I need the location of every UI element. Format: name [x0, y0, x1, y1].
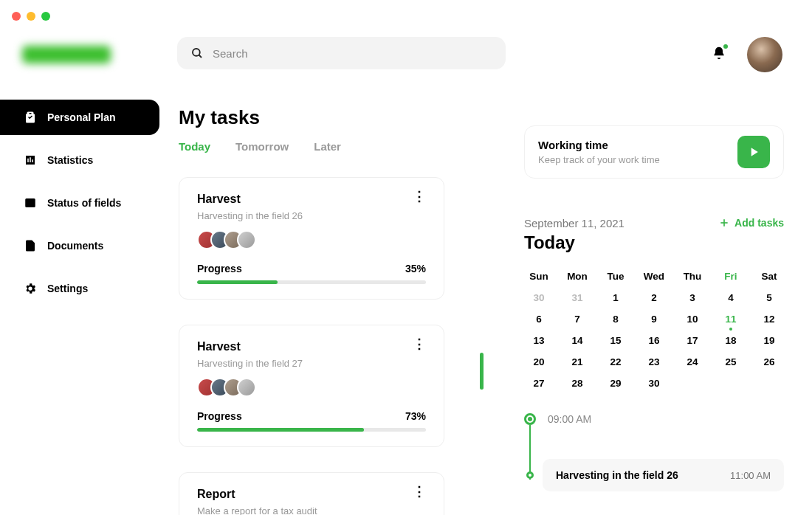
scrollbar-thumb[interactable]	[480, 353, 484, 390]
svg-point-0	[193, 49, 200, 56]
calendar-day[interactable]: 8	[601, 312, 630, 326]
search-icon	[190, 46, 204, 60]
sidebar-item-statistics[interactable]: Statistics	[0, 142, 159, 178]
timeline-event-title: Harvesting in the field 26	[556, 469, 678, 481]
task-subtitle: Harvesting in the field 27	[197, 358, 303, 369]
progress-bar	[197, 280, 426, 284]
calendar-day[interactable]: 31	[562, 291, 592, 305]
more-options-button[interactable]: ⋮	[413, 193, 426, 200]
tab-later[interactable]: Later	[314, 140, 341, 153]
working-time-subtitle: Keep track of your work time	[538, 154, 660, 165]
svg-line-1	[199, 55, 202, 58]
notification-dot-icon	[723, 44, 728, 49]
calendar-day[interactable]: 17	[678, 333, 707, 348]
calendar-day[interactable]: 7	[562, 312, 592, 326]
page-title: My tasks	[179, 106, 260, 129]
sidebar-item-label: Documents	[47, 240, 103, 252]
tab-tomorrow[interactable]: Tomorrow	[235, 140, 289, 153]
tasks-column: HarvestHarvesting in the field 26⋮Progre…	[179, 177, 444, 515]
working-time-card: Working time Keep track of your work tim…	[524, 125, 784, 179]
calendar-day[interactable]: 15	[601, 333, 630, 348]
task-card[interactable]: ReportMake a report for a tax audit⋮	[179, 472, 444, 515]
task-title: Harvest	[197, 193, 303, 206]
weekday-header: Fri	[716, 269, 746, 283]
calendar-section: September 11, 2021 Today Add tasks SunMo…	[524, 217, 784, 398]
clipboard-icon	[24, 111, 37, 124]
tab-today[interactable]: Today	[179, 140, 210, 153]
task-title: Harvest	[197, 340, 303, 353]
close-window-icon[interactable]	[12, 12, 21, 21]
calendar-day[interactable]: 30	[639, 376, 669, 390]
calendar-day	[716, 376, 746, 390]
calendar-day[interactable]: 24	[678, 355, 707, 369]
calendar-day[interactable]: 26	[754, 355, 784, 369]
progress-value: 35%	[405, 263, 426, 274]
gear-icon	[24, 282, 37, 295]
sidebar-item-label: Personal Plan	[47, 111, 116, 123]
maximize-window-icon[interactable]	[41, 12, 50, 21]
add-tasks-label: Add tasks	[734, 217, 784, 229]
sidebar-item-settings[interactable]: Settings	[0, 271, 159, 306]
working-time-title: Working time	[538, 139, 660, 151]
sidebar-item-personal-plan[interactable]: Personal Plan	[0, 100, 159, 135]
task-card[interactable]: HarvestHarvesting in the field 26⋮Progre…	[179, 177, 444, 300]
logo	[22, 46, 111, 63]
user-avatar[interactable]	[747, 37, 782, 72]
progress-bar	[197, 428, 426, 432]
minimize-window-icon[interactable]	[27, 12, 35, 21]
more-options-button[interactable]: ⋮	[413, 488, 426, 495]
calendar-day[interactable]: 5	[754, 291, 784, 305]
search-input[interactable]	[213, 47, 492, 60]
assignees-row	[197, 378, 426, 397]
more-options-button[interactable]: ⋮	[413, 340, 426, 348]
calendar-day[interactable]: 11	[716, 312, 746, 326]
calendar-day[interactable]: 12	[754, 312, 784, 326]
calendar-day[interactable]: 20	[524, 355, 554, 369]
calendar-day[interactable]: 22	[601, 355, 630, 369]
calendar-day[interactable]: 1	[601, 291, 630, 305]
progress-label: Progress	[197, 410, 242, 422]
calendar-day[interactable]: 27	[524, 376, 554, 390]
window-controls	[12, 12, 50, 21]
calendar-day[interactable]: 23	[639, 355, 669, 369]
sidebar: Personal PlanStatisticsStatus of fieldsD…	[0, 100, 159, 314]
add-tasks-button[interactable]: Add tasks	[718, 217, 784, 229]
plus-icon	[718, 217, 730, 229]
progress-value: 73%	[405, 410, 426, 422]
calendar-day[interactable]: 28	[562, 376, 592, 390]
chart-icon	[24, 153, 37, 167]
calendar-day[interactable]: 10	[678, 312, 707, 326]
calendar-day[interactable]: 14	[562, 333, 592, 348]
task-title: Report	[197, 488, 317, 501]
assignee-avatar	[237, 230, 256, 249]
weekday-header: Tue	[601, 269, 630, 283]
calendar-day[interactable]: 21	[562, 355, 592, 369]
calendar-day[interactable]: 16	[639, 333, 669, 348]
calendar-day[interactable]: 29	[601, 376, 630, 390]
timeline-event-card[interactable]: Harvesting in the field 26 11:00 AM	[543, 459, 784, 491]
weekday-header: Sun	[524, 269, 554, 283]
calendar-day[interactable]: 2	[639, 291, 669, 305]
search-bar[interactable]	[177, 37, 506, 69]
notifications-button[interactable]	[712, 46, 726, 61]
progress-label: Progress	[197, 263, 242, 274]
calendar-day[interactable]: 19	[754, 333, 784, 348]
sidebar-item-documents[interactable]: Documents	[0, 228, 159, 263]
timeline-small-dot-icon	[526, 471, 534, 479]
calendar-day[interactable]: 13	[524, 333, 554, 348]
weekday-header: Sat	[754, 269, 784, 283]
assignees-row	[197, 230, 426, 249]
calendar-day[interactable]: 30	[524, 291, 554, 305]
calendar-date-label: September 11, 2021	[524, 217, 625, 229]
play-button[interactable]	[737, 136, 770, 168]
play-icon	[746, 145, 761, 159]
task-card[interactable]: HarvestHarvesting in the field 27⋮Progre…	[179, 325, 444, 447]
calendar-day[interactable]: 4	[716, 291, 746, 305]
sidebar-item-status-of-fields[interactable]: Status of fields	[0, 185, 159, 221]
calendar-day[interactable]: 9	[639, 312, 669, 326]
calendar-day[interactable]: 6	[524, 312, 554, 326]
calendar-day[interactable]: 18	[716, 333, 746, 348]
calendar-day[interactable]: 3	[678, 291, 707, 305]
calendar-day[interactable]: 25	[716, 355, 746, 369]
svg-point-2	[32, 199, 34, 201]
